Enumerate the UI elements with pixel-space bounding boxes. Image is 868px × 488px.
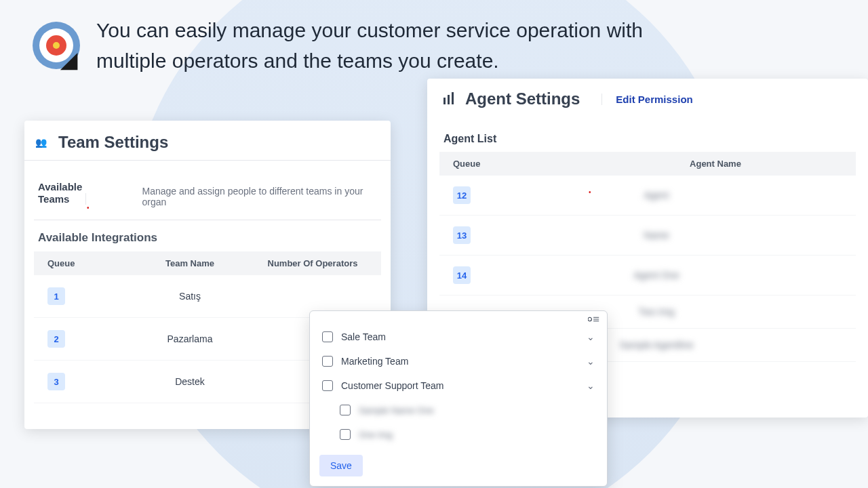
svg-rect-1: [443, 98, 446, 104]
save-button[interactable]: Save: [319, 455, 363, 476]
popup-sub-option[interactable]: Sample Name One: [310, 398, 607, 422]
svg-text:👥: 👥: [35, 137, 47, 148]
indicator-dot: •: [87, 204, 129, 211]
available-teams-label: Available Teams: [38, 181, 86, 205]
svg-rect-2: [448, 95, 450, 104]
popup-sub-label: Sample Name One: [359, 405, 434, 415]
team-table-header: Queue Team Name Number Of Operators: [34, 251, 381, 275]
queue-badge: 13: [453, 226, 471, 244]
popup-team-option[interactable]: Customer Support Team ⌄: [310, 373, 607, 398]
header-text: You can easily manage your customer serv…: [96, 15, 707, 76]
table-row[interactable]: • 12 Agent: [439, 176, 856, 216]
chevron-down-icon[interactable]: ⌄: [587, 380, 595, 391]
checkbox[interactable]: [322, 331, 333, 342]
team-settings-header: 👥 Team Settings: [24, 121, 391, 161]
available-teams-row: Available Teams • Manage and assign peop…: [34, 170, 381, 220]
queue-badge: 1: [47, 287, 65, 305]
col-queue: Queue: [47, 258, 122, 268]
svg-point-4: [588, 317, 591, 321]
checkbox[interactable]: [340, 405, 351, 415]
popup-item-label: Sale Team: [341, 331, 386, 342]
svg-rect-3: [452, 92, 454, 104]
queue-badge: 12: [453, 186, 471, 204]
agent-table-header: Queue Agent Name: [439, 152, 856, 176]
checkbox[interactable]: [322, 356, 333, 367]
team-name-cell: Satış: [122, 291, 258, 302]
agent-settings-header: Agent Settings Edit Permission: [427, 79, 868, 117]
agent-name-cell: Agent One: [589, 270, 724, 281]
chevron-down-icon[interactable]: ⌄: [587, 331, 595, 342]
team-select-popup: Sale Team ⌄ Marketing Team ⌄ Customer Su…: [309, 310, 608, 487]
people-icon: 👥: [35, 136, 52, 149]
bars-icon: [441, 92, 457, 106]
checkbox[interactable]: [340, 429, 351, 440]
team-name-cell: Destek: [122, 376, 258, 387]
agent-name-cell: Two Img: [589, 306, 724, 317]
edit-permission-link[interactable]: Edit Permission: [601, 94, 692, 105]
queue-badge: 2: [47, 330, 65, 348]
popup-team-option[interactable]: Marketing Team ⌄: [310, 349, 607, 373]
table-row[interactable]: 13 Name: [439, 216, 856, 256]
popup-item-label: Customer Support Team: [341, 380, 443, 391]
team-name-cell: Pazarlama: [122, 333, 258, 344]
toggle-list-icon[interactable]: [588, 315, 600, 323]
checkbox[interactable]: [322, 380, 333, 391]
agent-name-cell: Name: [589, 230, 724, 241]
integrations-title: Available Integrations: [34, 220, 381, 251]
col-team-name: Team Name: [122, 258, 258, 268]
col-num-operators: Number Of Operators: [258, 258, 368, 268]
col-queue: Queue: [453, 159, 589, 169]
agent-name-cell: Sample Agentline: [589, 340, 724, 350]
queue-badge: 3: [47, 373, 65, 390]
popup-team-option[interactable]: Sale Team ⌄: [310, 325, 607, 349]
queue-badge: 14: [453, 266, 471, 284]
agent-settings-title: Agent Settings: [465, 89, 580, 108]
page-header: You can easily manage your customer serv…: [33, 15, 707, 76]
teams-description: Manage and assign people to different te…: [129, 186, 377, 207]
popup-sub-label: One Img: [359, 430, 393, 440]
col-agent-name: Agent Name: [589, 159, 842, 169]
team-settings-title: Team Settings: [58, 133, 168, 152]
agent-list-title: Agent List: [439, 129, 856, 152]
agent-name-cell: Agent: [589, 190, 724, 201]
chevron-down-icon[interactable]: ⌄: [587, 356, 595, 367]
popup-item-label: Marketing Team: [341, 356, 408, 367]
table-row[interactable]: 14 Agent One: [439, 256, 856, 296]
popup-sub-option[interactable]: One Img: [310, 422, 607, 447]
target-icon: [33, 22, 80, 69]
